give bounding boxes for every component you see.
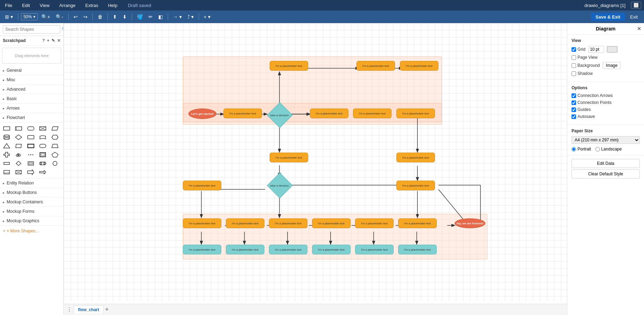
waypoint-button[interactable]: ⤴ ▾ — [185, 13, 196, 21]
node-mid2[interactable]: I'm a placeholder text — [396, 153, 435, 162]
node-c3[interactable]: I'm a placeholder text — [269, 245, 307, 254]
sidebar-item-entity-relation[interactable]: Entity Relation — [0, 178, 63, 188]
to-back-button[interactable]: ⬇ — [120, 13, 129, 21]
node-c1[interactable]: I'm a placeholder text — [183, 245, 221, 254]
zoom-out-button[interactable]: 🔍- — [54, 13, 65, 21]
sidebar-item-arrows[interactable]: Arrows — [0, 104, 63, 113]
shape-plus[interactable] — [2, 151, 11, 159]
menu-help[interactable]: Help — [106, 2, 119, 9]
shape-stadium[interactable] — [38, 160, 47, 167]
shape-rect-inner[interactable] — [26, 160, 35, 167]
shape-box-thick[interactable] — [38, 151, 47, 159]
edit-data-button[interactable]: Edit Data — [572, 159, 640, 168]
scratchpad-add-icon[interactable]: + — [47, 38, 49, 43]
sidebar-item-basic[interactable]: Basic — [0, 94, 63, 104]
shape-pentagon[interactable] — [50, 151, 60, 159]
insert-button[interactable]: + ▾ — [202, 13, 213, 21]
guides-checkbox[interactable] — [572, 107, 576, 112]
panel-close-icon[interactable]: ✕ — [637, 26, 641, 31]
node-end[interactable]: Yay, we are finished! — [455, 218, 485, 228]
tab-flow-chart[interactable]: flow_chart — [74, 306, 104, 314]
node-start[interactable]: Let's get started! — [188, 108, 216, 119]
shape-cross[interactable] — [38, 125, 47, 132]
node-b6[interactable]: I'm a placeholder text — [398, 218, 437, 228]
connector-button[interactable]: → ▾ — [171, 13, 184, 21]
to-front-button[interactable]: ⬆ — [111, 13, 119, 21]
zoom-in-button[interactable]: 🔍+ — [39, 13, 52, 21]
sidebar-item-general[interactable]: General — [0, 66, 63, 75]
sidebar-item-mockup-graphics[interactable]: Mockup Graphics — [0, 216, 63, 226]
menu-view[interactable]: View — [37, 2, 51, 9]
node-top2[interactable]: I'm a placeholder text — [356, 61, 395, 71]
shape-cylinder[interactable] — [2, 133, 11, 141]
exit-button[interactable]: Exit — [626, 13, 641, 21]
node-n5[interactable]: I'm a placeholder text — [183, 181, 221, 190]
clear-style-button[interactable]: Clear Default Style — [572, 169, 640, 178]
node-c4[interactable]: I'm a placeholder text — [312, 245, 351, 254]
scratchpad-edit-icon[interactable]: ✎ — [51, 38, 55, 43]
delete-button[interactable]: 🗑 — [96, 13, 105, 21]
connection-arrows-checkbox[interactable] — [572, 93, 576, 98]
canvas-area[interactable]: I'm a placeholder text I'm a placeholder… — [64, 23, 567, 315]
shape-process-2[interactable] — [14, 125, 23, 132]
scratchpad-help-icon[interactable]: ? — [42, 38, 45, 43]
node-n3[interactable]: I'm a placeholder text — [353, 108, 392, 118]
scratchpad-close-icon[interactable]: ✕ — [57, 38, 61, 43]
grid-checkbox[interactable] — [572, 47, 576, 52]
grid-value-input[interactable] — [588, 46, 604, 53]
undo-button[interactable]: ↩ — [71, 13, 80, 21]
landscape-radio[interactable] — [595, 147, 600, 152]
background-checkbox[interactable] — [572, 63, 576, 68]
sidebar-item-flowchart[interactable]: Flowchart — [0, 113, 63, 122]
shape-rect-thick[interactable] — [26, 142, 35, 150]
sidebar-item-mockup-buttons[interactable]: Mockup Buttons — [0, 188, 63, 197]
menu-edit[interactable]: Edit — [20, 2, 32, 9]
format-button[interactable]: ⊞ ▾ — [3, 13, 15, 21]
page-view-checkbox[interactable] — [572, 55, 576, 60]
shadow-checkbox[interactable] — [572, 71, 576, 76]
node-c6[interactable]: I'm a placeholder text — [398, 245, 437, 254]
shape-rect-sm[interactable] — [2, 160, 11, 167]
paper-size-select[interactable]: A4 (210 mm x 297 mm) — [572, 136, 640, 144]
shape-trapezoid[interactable] — [50, 142, 60, 150]
shape-circle[interactable] — [50, 160, 60, 167]
connection-points-checkbox[interactable] — [572, 100, 576, 105]
node-n6[interactable]: I'm a placeholder text — [396, 181, 435, 190]
shape-x-in-box[interactable] — [14, 168, 23, 176]
shape-rounded[interactable] — [26, 125, 35, 132]
node-n4[interactable]: I'm a placeholder text — [396, 108, 435, 118]
shape-parallelogram[interactable] — [50, 125, 60, 132]
shape-arrow-box[interactable] — [26, 168, 35, 176]
shape-diamond[interactable] — [14, 133, 23, 141]
shadow-button[interactable]: ◧ — [156, 13, 165, 21]
node-b2[interactable]: I'm a placeholder text — [226, 218, 264, 228]
shape-arrow-right[interactable] — [38, 168, 47, 176]
shape-cloud[interactable] — [14, 151, 23, 159]
save-exit-button[interactable]: Save & Exit — [591, 13, 625, 21]
node-top3[interactable]: I'm a placeholder text — [400, 61, 438, 71]
line-color-button[interactable]: ✏ — [146, 13, 155, 21]
grid-color-box[interactable] — [607, 46, 617, 52]
node-n2[interactable]: I'm a placeholder text — [310, 108, 348, 118]
node-b5[interactable]: I'm a placeholder text — [355, 218, 394, 228]
shape-diamond-sm[interactable] — [14, 160, 23, 167]
node-b4[interactable]: I'm a placeholder text — [312, 218, 351, 228]
sidebar-item-misc[interactable]: Misc — [0, 75, 63, 85]
redo-button[interactable]: ↪ — [81, 13, 90, 21]
shape-rounded-2[interactable] — [26, 133, 35, 141]
shape-hexagon[interactable] — [50, 133, 60, 141]
node-mid1[interactable]: I'm a placeholder text — [270, 153, 308, 162]
node-top1[interactable]: I'm a placeholder text — [270, 61, 308, 71]
restore-button[interactable]: ⬜ — [631, 2, 641, 9]
more-shapes-link[interactable]: + + More Shapes... — [0, 226, 63, 236]
shape-parallelogram-2[interactable] — [14, 142, 23, 150]
autosave-checkbox[interactable] — [572, 114, 576, 119]
menu-arrange[interactable]: Arrange — [57, 2, 77, 9]
tab-add-button[interactable]: + — [105, 306, 109, 313]
node-dec2[interactable]: take a decision — [267, 173, 293, 198]
tab-menu-button[interactable]: ⋮ — [67, 306, 72, 313]
node-b1[interactable]: I'm a placeholder text — [183, 218, 221, 228]
node-c5[interactable]: I'm a placeholder text — [355, 245, 394, 254]
menu-extras[interactable]: Extras — [83, 2, 101, 9]
background-image-button[interactable]: Image — [603, 62, 621, 69]
